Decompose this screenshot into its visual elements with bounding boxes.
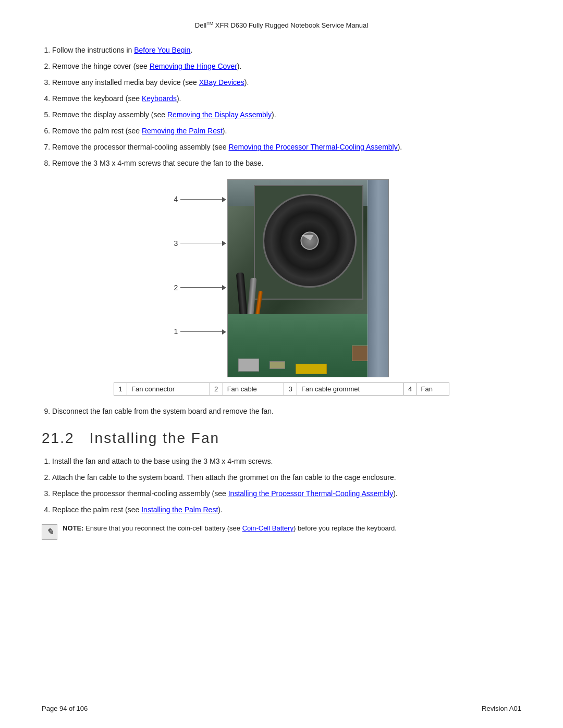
header-title: Dell xyxy=(195,21,206,29)
install-step-1: Install the fan and attach to the base u… xyxy=(52,456,521,467)
caption-label-3: Fan cable grommet xyxy=(297,383,403,396)
caption-row-1: 1 Fan connector 2 Fan cable 3 Fan cable … xyxy=(114,383,449,396)
section-number: 21.2 xyxy=(42,430,75,446)
note-box: ✎ NOTE: Ensure that you reconnect the co… xyxy=(42,523,521,540)
label-2: 2 xyxy=(174,283,223,292)
install-step-4: Replace the palm rest (see Installing th… xyxy=(52,504,521,515)
removing-processor-thermal-link[interactable]: Removing the Processor Thermal-Cooling A… xyxy=(228,143,397,151)
step-9-list: Disconnect the fan cable from the system… xyxy=(52,406,521,417)
step-7: Remove the processor thermal-cooling ass… xyxy=(52,142,521,153)
caption-label-1: Fan connector xyxy=(127,383,210,396)
fan-photo xyxy=(227,179,389,377)
section-title: Installing the Fan xyxy=(90,430,219,446)
caption-label-4: Fan xyxy=(417,383,449,396)
pcb-chip-1 xyxy=(238,359,259,372)
step-4: Remove the keyboard (see Keyboards). xyxy=(52,93,521,104)
fan-image-background xyxy=(228,180,388,377)
footer-left: Page 94 of 106 xyxy=(42,705,88,712)
page-footer: Page 94 of 106 Revision A01 xyxy=(42,705,521,712)
step-6: Remove the palm rest (see Removing the P… xyxy=(52,126,521,137)
footer-right: Revision A01 xyxy=(482,705,521,712)
section-heading: 21.2 Installing the Fan xyxy=(42,430,521,447)
fan-blades xyxy=(263,194,357,288)
install-step-2: Attach the fan cable to the system board… xyxy=(52,472,521,483)
step-3: Remove any installed media bay device (s… xyxy=(52,77,521,88)
note-icon: ✎ xyxy=(42,524,57,540)
note-text: NOTE: Ensure that you reconnect the coin… xyxy=(63,523,397,534)
step-9: Disconnect the fan cable from the system… xyxy=(52,406,521,417)
pcb-bottom xyxy=(228,314,388,377)
caption-label-2: Fan cable xyxy=(223,383,284,396)
caption-num-2: 2 xyxy=(210,383,223,396)
fan-housing xyxy=(254,185,363,300)
before-you-begin-link[interactable]: Before You Begin xyxy=(134,46,190,54)
label-1: 1 xyxy=(174,327,223,336)
step-5: Remove the display assembly (see Removin… xyxy=(52,109,521,120)
caption-table: 1 Fan connector 2 Fan cable 3 Fan cable … xyxy=(114,382,449,396)
removing-display-link[interactable]: Removing the Display Assembly xyxy=(167,110,272,119)
keyboards-link[interactable]: Keyboards xyxy=(142,94,177,103)
image-labels-left: 4 3 2 1 xyxy=(174,179,228,377)
removing-palm-rest-link[interactable]: Removing the Palm Rest xyxy=(142,127,223,135)
page-header: DellTM XFR D630 Fully Rugged Notebook Se… xyxy=(42,21,521,29)
removing-hinge-cover-link[interactable]: Removing the Hinge Cover xyxy=(150,62,237,70)
step-2: Remove the hinge cover (see Removing the… xyxy=(52,61,521,72)
pcb-chip-2 xyxy=(270,361,285,369)
label-4: 4 xyxy=(174,195,223,203)
right-bracket xyxy=(368,180,388,377)
coin-cell-battery-link[interactable]: Coin-Cell Battery xyxy=(242,524,293,532)
install-step-3: Replace the processor thermal-cooling as… xyxy=(52,488,521,499)
label-3: 3 xyxy=(174,239,223,248)
installing-palm-rest-link[interactable]: Installing the Palm Rest xyxy=(141,505,218,514)
step-9-text: Disconnect the fan cable from the system… xyxy=(52,407,274,415)
header-subtitle: XFR D630 Fully Rugged Notebook Service M… xyxy=(213,21,368,29)
caption-num-4: 4 xyxy=(403,383,417,396)
xbay-devices-link[interactable]: XBay Devices xyxy=(199,78,244,87)
caption-num-3: 3 xyxy=(284,383,297,396)
install-steps-list: Install the fan and attach to the base u… xyxy=(52,456,521,515)
pcb-connector xyxy=(296,364,327,374)
step-8: Remove the 3 M3 x 4-mm screws that secur… xyxy=(52,158,521,169)
fan-image-section: 4 3 2 1 xyxy=(42,179,521,377)
installing-processor-thermal-link[interactable]: Installing the Processor Thermal-Cooling… xyxy=(228,489,393,498)
removal-steps-list: Follow the instructions in Before You Be… xyxy=(52,45,521,169)
header-tm: TM xyxy=(206,21,213,26)
caption-num-1: 1 xyxy=(114,383,127,396)
step-1: Follow the instructions in Before You Be… xyxy=(52,45,521,56)
